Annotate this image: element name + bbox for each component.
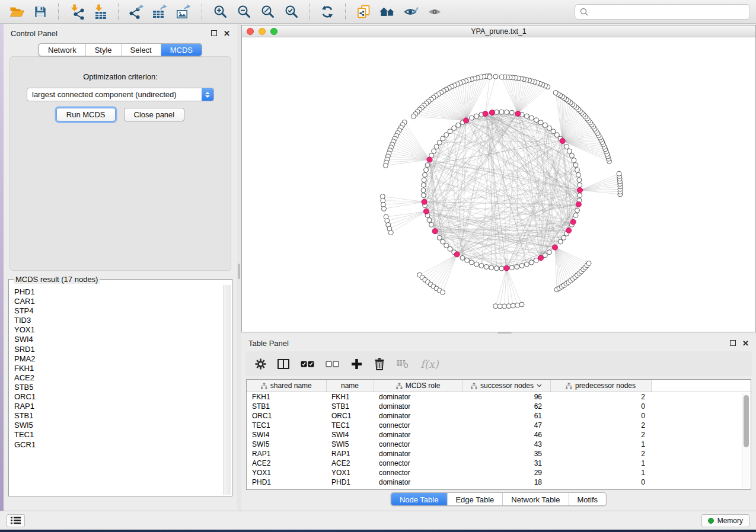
mcds-result-item[interactable]: ACE2: [14, 373, 222, 383]
table-row[interactable]: STB1STB1dominator620: [247, 402, 751, 411]
import-network-button[interactable]: [66, 2, 87, 21]
close-panel-icon[interactable]: ✕: [742, 339, 749, 348]
mcds-result-item[interactable]: STB1: [14, 411, 222, 421]
table-row[interactable]: YOX1YOX1connector291: [247, 468, 751, 477]
mcds-result-item[interactable]: STP4: [14, 306, 222, 316]
mcds-result-item[interactable]: STB5: [14, 383, 222, 392]
table-row[interactable]: SWI4SWI4dominator462: [247, 430, 751, 440]
mcds-result-item[interactable]: FKH1: [14, 364, 222, 373]
add-row-button[interactable]: [350, 357, 362, 371]
search-input[interactable]: [592, 7, 745, 16]
mcds-node[interactable]: [570, 219, 576, 225]
mcds-result-item[interactable]: TID3: [14, 316, 222, 325]
mcds-node[interactable]: [432, 229, 438, 234]
deselect-all-button[interactable]: [326, 357, 339, 371]
column-header-name[interactable]: name: [326, 380, 374, 392]
column-header-mcds-role[interactable]: MCDS role: [374, 380, 462, 392]
export-image-button[interactable]: [173, 2, 194, 21]
zoom-out-button[interactable]: [233, 2, 254, 21]
home-button[interactable]: [377, 2, 398, 21]
save-session-button[interactable]: [30, 2, 51, 21]
table-row[interactable]: TEC1TEC1connector472: [247, 421, 751, 430]
tab-network[interactable]: Network: [39, 44, 86, 56]
export-network-button[interactable]: [126, 2, 147, 21]
mcds-result-item[interactable]: SWI4: [14, 335, 222, 344]
mcds-result-list[interactable]: PHD1CAR1STP4TID3YOX1SWI4SRD1PMA2FKH1ACE2…: [10, 285, 222, 495]
tab-edge-table[interactable]: Edge Table: [447, 493, 503, 505]
mcds-node[interactable]: [578, 188, 583, 193]
table-settings-button[interactable]: [254, 357, 266, 371]
mcds-node[interactable]: [464, 118, 469, 123]
network-graph[interactable]: [242, 37, 755, 332]
table-row[interactable]: ORC1ORC1dominator610: [247, 411, 751, 421]
function-builder-button[interactable]: f(x): [420, 357, 439, 371]
tab-select[interactable]: Select: [122, 44, 161, 56]
mcds-node[interactable]: [515, 111, 521, 116]
mcds-result-item[interactable]: RAP1: [14, 402, 222, 411]
tab-style[interactable]: Style: [86, 44, 122, 56]
zoom-selected-button[interactable]: [280, 2, 302, 21]
show-all-button[interactable]: [424, 2, 445, 21]
column-header-shared-name[interactable]: shared name: [247, 380, 326, 392]
mcds-node[interactable]: [560, 138, 565, 143]
mcds-node[interactable]: [576, 202, 581, 207]
zoom-fit-button[interactable]: [257, 2, 278, 21]
tab-node-table[interactable]: Node Table: [391, 493, 448, 505]
float-panel-icon[interactable]: [211, 30, 217, 36]
mcds-node[interactable]: [553, 245, 558, 250]
select-all-button[interactable]: [301, 357, 314, 371]
task-history-button[interactable]: [7, 514, 25, 527]
column-header-predecessor-nodes[interactable]: predecessor nodes: [550, 380, 651, 392]
vertical-splitter[interactable]: [237, 24, 241, 511]
table-row[interactable]: RAP1RAP1dominator352: [247, 449, 751, 459]
mcds-result-item[interactable]: SWI5: [14, 421, 222, 430]
mcds-node[interactable]: [489, 110, 495, 115]
import-table-button[interactable]: [90, 2, 111, 21]
window-minimize-button[interactable]: [259, 28, 266, 35]
mcds-result-item[interactable]: SRD1: [14, 345, 222, 354]
mcds-node[interactable]: [454, 252, 460, 257]
mcds-node[interactable]: [566, 227, 572, 233]
split-view-button[interactable]: [277, 357, 289, 371]
zoom-in-button[interactable]: [209, 2, 231, 21]
memory-button[interactable]: Memory: [701, 514, 749, 527]
tab-network-table[interactable]: Network Table: [503, 493, 569, 505]
mcds-node[interactable]: [483, 111, 488, 116]
mcds-result-scrollbar[interactable]: [223, 285, 231, 495]
mcds-result-item[interactable]: GCR1: [14, 440, 222, 450]
run-mcds-button[interactable]: Run MCDS: [56, 108, 116, 121]
column-header-successor-nodes[interactable]: successor nodes: [462, 380, 550, 392]
table-row[interactable]: SWI5SWI5connector431: [247, 440, 751, 449]
window-maximize-button[interactable]: [270, 28, 277, 35]
mcds-node[interactable]: [538, 255, 544, 261]
mcds-node[interactable]: [427, 157, 432, 162]
mcds-result-item[interactable]: YOX1: [14, 325, 222, 335]
close-mcds-panel-button[interactable]: Close panel: [124, 108, 185, 121]
criterion-select[interactable]: largest connected component (undirected): [27, 88, 214, 101]
mcds-node[interactable]: [423, 209, 429, 214]
table-row[interactable]: PHD1PHD1dominator180: [247, 477, 751, 487]
open-file-button[interactable]: [6, 2, 27, 21]
mcds-node[interactable]: [504, 265, 509, 271]
window-close-button[interactable]: [247, 28, 254, 35]
scrollbar-thumb[interactable]: [744, 395, 749, 447]
table-scrollbar[interactable]: [742, 393, 749, 488]
mcds-result-item[interactable]: ORC1: [14, 392, 222, 402]
close-panel-icon[interactable]: ✕: [224, 29, 230, 38]
delete-button[interactable]: [374, 357, 385, 371]
splitter-grip[interactable]: [238, 264, 240, 279]
tab-mcds[interactable]: MCDS: [161, 44, 202, 56]
mcds-result-item[interactable]: CAR1: [14, 297, 222, 306]
delete-table-button[interactable]: [397, 357, 409, 371]
float-panel-icon[interactable]: [730, 340, 736, 346]
mcds-result-item[interactable]: PHD1: [14, 287, 222, 297]
mcds-node[interactable]: [422, 199, 427, 204]
export-table-button[interactable]: [149, 2, 171, 21]
tab-motifs[interactable]: Motifs: [569, 493, 606, 505]
mcds-result-item[interactable]: PMA2: [14, 354, 222, 364]
mcds-result-item[interactable]: TEC1: [14, 430, 222, 440]
hide-selected-button[interactable]: [400, 2, 422, 21]
table-row[interactable]: ACE2ACE2connector311: [247, 459, 751, 468]
table-row[interactable]: FKH1FKH1dominator962: [247, 392, 751, 402]
refresh-button[interactable]: [317, 2, 338, 21]
